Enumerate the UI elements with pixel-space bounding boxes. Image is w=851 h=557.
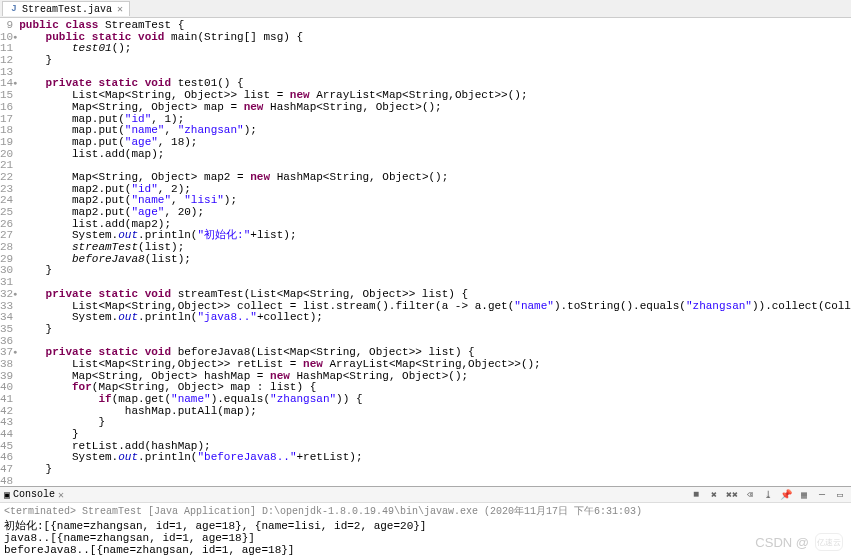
line-number: 12 (0, 55, 13, 67)
watermark-logo: 亿速云 (815, 533, 843, 551)
code-line[interactable]: public static void main(String[] msg) { (19, 32, 851, 44)
line-number: 16 (0, 102, 13, 114)
min-icon[interactable]: — (815, 488, 829, 502)
console-output[interactable]: 初始化:[{name=zhangsan, id=1, age=18}, {nam… (0, 519, 851, 557)
line-gutter: 9101112131415161718192021222324252627282… (0, 18, 19, 486)
pin-icon[interactable]: 📌 (779, 488, 793, 502)
java-file-icon: J (9, 4, 19, 14)
code-line[interactable]: System.out.println("java8.."+collect); (19, 312, 851, 324)
code-line[interactable]: } (19, 55, 851, 67)
watermark-text: CSDN @ (755, 535, 809, 550)
display-icon[interactable]: ▦ (797, 488, 811, 502)
console-panel: ▣ Console ✕ ■✖✖✖⌫⤓📌▦—▭ <terminated> Stre… (0, 486, 851, 557)
code-line[interactable]: } (19, 265, 851, 277)
line-number: 32 (0, 289, 13, 301)
line-number: 22 (0, 172, 13, 184)
scroll-lock-icon[interactable]: ⤓ (761, 488, 775, 502)
code-line[interactable]: beforeJava8(list); (19, 254, 851, 266)
console-line: java8..[{name=zhangsan, id=1, age=18}] (4, 532, 847, 544)
line-number: 44 (0, 429, 13, 441)
console-toolbar: ■✖✖✖⌫⤓📌▦—▭ (689, 488, 847, 502)
line-number: 9 (0, 20, 13, 32)
line-number: 25 (0, 207, 13, 219)
line-number: 28 (0, 242, 13, 254)
line-number: 38 (0, 359, 13, 371)
console-header: ▣ Console ✕ ■✖✖✖⌫⤓📌▦—▭ (0, 487, 851, 503)
close-icon[interactable]: ✕ (117, 3, 123, 15)
code-line[interactable]: System.out.println("beforeJava8.."+retLi… (19, 452, 851, 464)
console-line: beforeJava8..[{name=zhangsan, id=1, age=… (4, 544, 847, 556)
tab-streamtest[interactable]: J StreamTest.java ✕ (2, 1, 130, 16)
watermark: CSDN @ 亿速云 (755, 533, 843, 551)
code-line[interactable]: map.put("age", 18); (19, 137, 851, 149)
line-number: 41 (0, 394, 13, 406)
code-line[interactable]: map2.put("age", 20); (19, 207, 851, 219)
line-number: 19 (0, 137, 13, 149)
console-title-label: Console (13, 489, 55, 500)
code-line[interactable]: hashMap.putAll(map); (19, 406, 851, 418)
terminate-icon[interactable]: ■ (689, 488, 703, 502)
line-number: 48 (0, 476, 13, 486)
console-icon: ▣ (4, 489, 10, 501)
code-line[interactable]: if(map.get("name").equals("zhangsan")) { (19, 394, 851, 406)
tab-label: StreamTest.java (22, 4, 112, 15)
console-tab[interactable]: ▣ Console ✕ (4, 489, 64, 501)
code-line[interactable]: test01(); (19, 43, 851, 55)
console-line: 初始化:[{name=zhangsan, id=1, age=18}, {nam… (4, 520, 847, 532)
code-line[interactable] (19, 476, 851, 486)
code-editor[interactable]: 9101112131415161718192021222324252627282… (0, 18, 851, 486)
code-area[interactable]: public class StreamTest { public static … (19, 18, 851, 486)
close-icon[interactable]: ✕ (58, 489, 64, 501)
remove-icon[interactable]: ✖ (707, 488, 721, 502)
code-line[interactable]: List<Map<String,Object>> retList = new A… (19, 359, 851, 371)
editor-tab-bar: J StreamTest.java ✕ (0, 0, 851, 18)
code-line[interactable]: } (19, 464, 851, 476)
code-line[interactable]: } (19, 324, 851, 336)
remove-all-icon[interactable]: ✖✖ (725, 488, 739, 502)
code-line[interactable]: } (19, 417, 851, 429)
line-number: 35 (0, 324, 13, 336)
max-icon[interactable]: ▭ (833, 488, 847, 502)
clear-icon[interactable]: ⌫ (743, 488, 757, 502)
code-line[interactable]: } (19, 429, 851, 441)
code-line[interactable]: list.add(map); (19, 149, 851, 161)
console-run-info: <terminated> StreamTest [Java Applicatio… (0, 503, 851, 519)
